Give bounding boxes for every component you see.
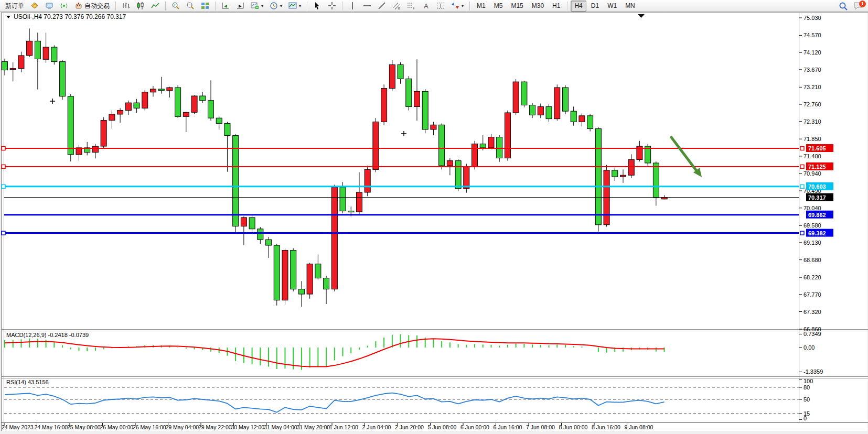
crosshair-icon bbox=[328, 2, 336, 10]
toolbar-separator bbox=[342, 2, 342, 10]
candle-body bbox=[562, 88, 568, 111]
new-order-button[interactable]: 新订单 bbox=[3, 0, 27, 12]
zoom-out-button[interactable] bbox=[184, 0, 197, 12]
candle-body bbox=[497, 137, 502, 158]
signal-icon bbox=[60, 2, 68, 10]
candle-body bbox=[579, 116, 585, 122]
candle-body bbox=[249, 218, 255, 229]
candle-body bbox=[35, 41, 40, 59]
clock-icon bbox=[270, 2, 278, 10]
channel-tool-button[interactable]: E bbox=[390, 0, 403, 12]
candle-body bbox=[587, 116, 593, 129]
candle-body bbox=[447, 161, 453, 166]
zoom-in-button[interactable] bbox=[169, 0, 183, 12]
time-tick-label: 31 May 04:00 bbox=[264, 424, 297, 430]
candle-body bbox=[282, 250, 288, 300]
price-tag-label: 69.382 bbox=[808, 230, 826, 236]
templates-button[interactable]: ▾ bbox=[286, 0, 304, 12]
timeframe-button-m15[interactable]: M15 bbox=[507, 1, 527, 12]
candlestick-chart-button[interactable] bbox=[134, 0, 147, 12]
candle-body bbox=[431, 125, 436, 129]
line-handle[interactable] bbox=[2, 165, 5, 168]
signal-button[interactable] bbox=[57, 0, 71, 12]
line-handle[interactable] bbox=[2, 231, 5, 235]
arrow-objects-icon bbox=[451, 2, 459, 10]
bar-chart-button[interactable] bbox=[119, 0, 133, 12]
macd-tick-label: -1.3359 bbox=[803, 368, 823, 375]
price-tick-label: 67.770 bbox=[803, 291, 821, 298]
trendline-icon bbox=[378, 2, 386, 10]
text-tool-icon: A bbox=[422, 2, 430, 10]
svg-text:F: F bbox=[413, 6, 415, 10]
auto-trading-button[interactable]: 自动交易 bbox=[72, 0, 112, 12]
timeframe-button-w1[interactable]: W1 bbox=[604, 1, 620, 12]
candle-body bbox=[175, 88, 181, 116]
chart-background bbox=[1, 12, 867, 431]
trendline-tool-button[interactable] bbox=[375, 0, 389, 12]
candle-body bbox=[158, 89, 164, 91]
chevron-down-icon: ▾ bbox=[299, 4, 301, 8]
notification-badge[interactable]: 1 bbox=[859, 1, 866, 7]
cursor-tool-button[interactable] bbox=[310, 0, 324, 12]
time-tick-label: 29 May 22:00 bbox=[198, 424, 232, 430]
candle-body bbox=[389, 64, 395, 88]
timeframe-button-m30[interactable]: M30 bbox=[528, 1, 548, 12]
timeframe-button-m5[interactable]: M5 bbox=[490, 1, 507, 12]
chart-canvas[interactable]: USOil-,H4 70.273 70.376 70.266 70.317 MA… bbox=[0, 0, 868, 434]
price-tick-label: 69.580 bbox=[803, 222, 821, 229]
time-tick-label: 7 Jun 08:00 bbox=[526, 424, 555, 430]
fibonacci-tool-button[interactable]: F bbox=[404, 0, 418, 12]
candle-body bbox=[208, 101, 214, 118]
deposit-button[interactable] bbox=[28, 0, 41, 12]
price-tick-label: 71.850 bbox=[803, 136, 821, 142]
candle-body bbox=[439, 125, 445, 166]
bar-chart-icon bbox=[122, 2, 130, 10]
time-tick-label: 8 Jun 16:00 bbox=[592, 424, 620, 430]
vline-tool-button[interactable] bbox=[346, 0, 359, 12]
indicators-button[interactable]: ▾ bbox=[248, 0, 266, 12]
timeframe-button-d1[interactable]: D1 bbox=[587, 1, 603, 12]
crosshair-tool-button[interactable] bbox=[325, 0, 339, 12]
time-tick-label: 26 May 16:00 bbox=[133, 424, 166, 430]
cursor-icon bbox=[313, 2, 322, 10]
text-label-icon: T bbox=[436, 2, 445, 10]
search-icon[interactable] bbox=[839, 2, 848, 11]
line-handle[interactable] bbox=[2, 146, 5, 150]
candle-body bbox=[92, 146, 98, 153]
chart-title: USOil-,H4 70.273 70.376 70.266 70.317 bbox=[14, 13, 126, 20]
line-handle[interactable] bbox=[800, 146, 804, 150]
candle-body bbox=[266, 240, 272, 245]
line-handle[interactable] bbox=[800, 231, 804, 235]
terminal-button[interactable] bbox=[42, 0, 56, 12]
line-handle[interactable] bbox=[800, 165, 804, 168]
timeframe-button-h4[interactable]: H4 bbox=[571, 1, 586, 12]
price-tick-label: 69.130 bbox=[803, 240, 821, 246]
timeframes-menu-button[interactable]: ▾ bbox=[267, 0, 285, 12]
line-handle[interactable] bbox=[2, 185, 5, 188]
chart-forward-button[interactable] bbox=[219, 0, 232, 12]
candle-body bbox=[125, 103, 131, 111]
timeframe-button-m1[interactable]: M1 bbox=[473, 1, 489, 12]
toolbar-separator bbox=[115, 2, 116, 10]
arrows-tool-button[interactable]: ▾ bbox=[448, 0, 466, 12]
price-tick-label: 68.680 bbox=[803, 257, 821, 263]
timeframe-button-mn[interactable]: MN bbox=[621, 1, 639, 12]
price-tick-label: 72.760 bbox=[803, 101, 821, 107]
label-tool-button[interactable]: T bbox=[434, 0, 447, 12]
text-tool-button[interactable]: A bbox=[419, 0, 433, 12]
tile-windows-button[interactable] bbox=[198, 0, 212, 12]
hline-tool-button[interactable] bbox=[360, 0, 374, 12]
timeframe-button-h1[interactable]: H1 bbox=[549, 1, 564, 12]
line-chart-button[interactable] bbox=[148, 0, 162, 12]
price-tick-label: 75.030 bbox=[803, 15, 821, 21]
time-tick-label: 29 May 04:00 bbox=[166, 424, 199, 430]
auto-trading-label: 自动交易 bbox=[84, 2, 110, 10]
equidistant-channel-icon: E bbox=[392, 2, 401, 10]
price-tick-label: 73.210 bbox=[803, 84, 821, 90]
candle-body bbox=[117, 111, 123, 114]
chart-shift-button[interactable] bbox=[233, 0, 247, 12]
candle-body bbox=[258, 229, 263, 240]
candle-body bbox=[595, 129, 601, 225]
candle-body bbox=[18, 56, 24, 69]
notifications-button[interactable]: 1 bbox=[853, 1, 864, 12]
